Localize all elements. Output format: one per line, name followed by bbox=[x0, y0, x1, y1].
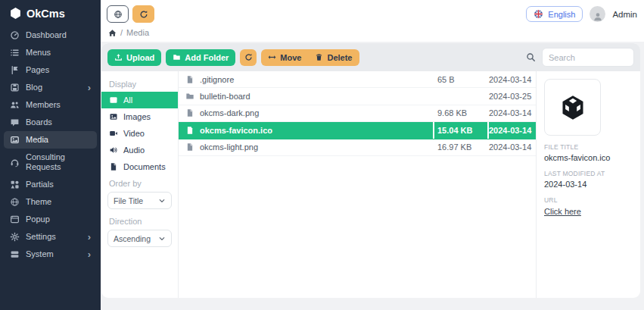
last-modified-label: LAST MODIFIED AT bbox=[544, 170, 633, 177]
file-preview bbox=[544, 79, 601, 136]
sidebar-item-settings[interactable]: Settings› bbox=[4, 228, 97, 246]
sidebar-item-menus[interactable]: Menus bbox=[4, 44, 97, 61]
app-title: OkCms bbox=[26, 8, 65, 20]
media-card: Upload Add Folder Move Delete bbox=[101, 43, 640, 298]
sidebar-item-pages[interactable]: Pages bbox=[4, 61, 97, 79]
file-name-cell: okcms-favicon.ico bbox=[179, 122, 433, 138]
file-name-cell: okcms-light.png bbox=[179, 139, 433, 155]
delete-label: Delete bbox=[327, 53, 352, 62]
sidebar-item-blog[interactable]: Blog› bbox=[4, 79, 97, 96]
folder-icon bbox=[185, 92, 194, 101]
file-name: okcms-light.png bbox=[200, 142, 258, 152]
chevron-right-icon: › bbox=[88, 251, 91, 258]
filter-item-video[interactable]: Video bbox=[101, 125, 178, 142]
refresh-list-button[interactable] bbox=[240, 49, 257, 66]
refresh-icon bbox=[139, 10, 148, 19]
file-title-value: okcms-favicon.ico bbox=[544, 153, 633, 162]
upload-button[interactable]: Upload bbox=[107, 49, 161, 66]
filter-item-images[interactable]: Images bbox=[101, 108, 178, 125]
file-title-label: FILE TITLE bbox=[544, 143, 633, 151]
table-row-okcms-favicon-ico[interactable]: okcms-favicon.ico15.04 KB2024-03-14 bbox=[179, 122, 536, 139]
sidebar-item-label: Partials bbox=[26, 180, 54, 189]
display-filter-list: AllImagesVideoAudioDocuments bbox=[101, 92, 178, 175]
sidebar-item-label: Theme bbox=[26, 197, 51, 207]
file-icon bbox=[185, 126, 194, 135]
cache-refresh-button[interactable] bbox=[132, 5, 154, 23]
file-name-cell: .gitignore bbox=[179, 71, 433, 87]
file-name: okcms-dark.png bbox=[200, 108, 259, 117]
add-folder-button[interactable]: Add Folder bbox=[166, 49, 235, 66]
breadcrumb-current: Media bbox=[126, 28, 149, 37]
breadcrumb-separator: / bbox=[120, 28, 123, 37]
topbar-quick-actions bbox=[107, 5, 154, 23]
upload-icon bbox=[114, 53, 123, 61]
file-name: okcms-favicon.ico bbox=[200, 126, 272, 135]
system-icon bbox=[10, 249, 20, 259]
filter-item-label: All bbox=[123, 96, 132, 105]
app-logo[interactable]: OkCms bbox=[0, 0, 101, 27]
sidebar-item-theme[interactable]: Theme bbox=[4, 193, 97, 211]
file-size-cell: 9.68 KB bbox=[433, 105, 487, 121]
filter-item-audio[interactable]: Audio bbox=[101, 142, 178, 158]
chevron-right-icon: › bbox=[88, 233, 91, 241]
order-by-select[interactable]: File Title bbox=[107, 192, 172, 209]
sidebar-item-label: Menus bbox=[26, 48, 51, 58]
okcms-app: OkCms DashboardMenusPagesBlog›MembersBoa… bbox=[0, 0, 644, 310]
file-size-cell: 15.04 KB bbox=[433, 122, 487, 138]
upload-label: Upload bbox=[126, 53, 154, 62]
folder-icon bbox=[173, 53, 181, 61]
direction-select[interactable]: Ascending bbox=[107, 230, 172, 247]
order-by-value: File Title bbox=[114, 196, 143, 205]
file-size-cell: 16.97 KB bbox=[433, 139, 487, 155]
filter-item-label: Documents bbox=[123, 162, 166, 171]
sidebar-item-label: Pages bbox=[26, 65, 49, 75]
display-label: Display bbox=[101, 76, 178, 92]
sidebar-item-partials[interactable]: Partials bbox=[4, 176, 97, 193]
direction-value: Ascending bbox=[114, 234, 151, 243]
file-name-cell: okcms-dark.png bbox=[179, 105, 433, 121]
avatar[interactable] bbox=[590, 6, 605, 22]
file-date-cell: 2024-03-14 bbox=[487, 105, 536, 121]
sidebar-item-popup[interactable]: Popup bbox=[4, 211, 97, 228]
site-link-button[interactable] bbox=[107, 5, 129, 23]
sidebar-item-label: Consulting Requests bbox=[26, 152, 91, 172]
file-detail-panel: FILE TITLE okcms-favicon.ico LAST MODIFI… bbox=[536, 71, 640, 298]
delete-button[interactable]: Delete bbox=[308, 49, 359, 66]
sidebar-item-label: Media bbox=[26, 135, 48, 145]
file-name: bulletin-board bbox=[200, 92, 250, 101]
search-icon bbox=[526, 52, 536, 62]
filter-item-documents[interactable]: Documents bbox=[101, 158, 178, 175]
blog-icon bbox=[10, 83, 20, 92]
table-row-bulletin-board[interactable]: bulletin-board2024-03-25 bbox=[179, 88, 536, 105]
sidebar-item-label: Boards bbox=[26, 117, 52, 127]
file-icon bbox=[185, 108, 194, 117]
sidebar-item-dashboard[interactable]: Dashboard bbox=[4, 27, 97, 44]
table-row-gitignore[interactable]: .gitignore65 B2024-03-14 bbox=[179, 71, 536, 88]
sidebar-item-members[interactable]: Members bbox=[4, 96, 97, 114]
file-name-cell: bulletin-board bbox=[179, 88, 433, 104]
media-body: Display AllImagesVideoAudioDocuments Ord… bbox=[101, 71, 640, 298]
pages-icon bbox=[10, 65, 20, 75]
theme-icon bbox=[10, 197, 20, 207]
image-icon bbox=[109, 112, 118, 121]
sidebar-item-media[interactable]: Media bbox=[4, 131, 97, 149]
sidebar-item-boards[interactable]: Boards bbox=[4, 114, 97, 131]
sidebar-item-system[interactable]: System› bbox=[4, 246, 97, 263]
table-row-okcms-dark-png[interactable]: okcms-dark.png9.68 KB2024-03-14 bbox=[179, 105, 536, 122]
chevron-right-icon: › bbox=[88, 84, 91, 92]
language-button[interactable]: English bbox=[526, 6, 583, 22]
file-name: .gitignore bbox=[200, 75, 234, 84]
filter-item-all[interactable]: All bbox=[101, 92, 178, 108]
file-date-cell: 2024-03-14 bbox=[487, 122, 536, 138]
url-link[interactable]: Click here bbox=[544, 207, 581, 216]
home-icon[interactable] bbox=[108, 29, 117, 37]
sidebar-item-consulting-requests[interactable]: Consulting Requests bbox=[4, 149, 97, 176]
sidebar-item-label: Blog bbox=[26, 83, 42, 92]
sidebar-menu: DashboardMenusPagesBlog›MembersBoardsMed… bbox=[0, 27, 101, 263]
trash-icon bbox=[315, 53, 323, 61]
move-button[interactable]: Move bbox=[261, 49, 308, 66]
media-icon bbox=[10, 135, 20, 145]
search-input[interactable] bbox=[542, 48, 634, 67]
table-row-okcms-light-png[interactable]: okcms-light.png16.97 KB2024-03-14 bbox=[179, 139, 536, 156]
last-modified-value: 2024-03-14 bbox=[544, 180, 633, 189]
